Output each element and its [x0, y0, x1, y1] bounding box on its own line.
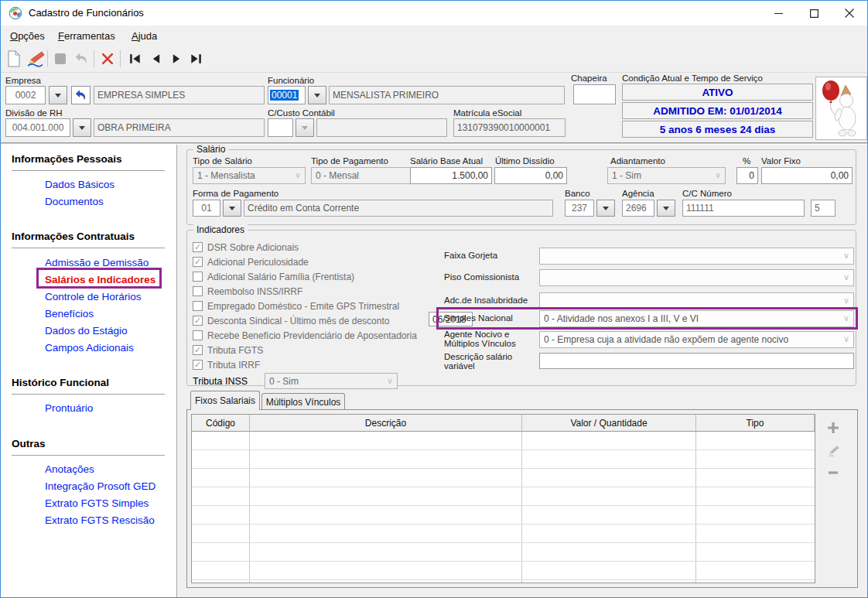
chapeira-label: Chapeira — [571, 73, 607, 83]
sidebar-item-dados-basicos[interactable]: Dados Básicos — [45, 179, 114, 190]
empresa-name-field: EMPRESA SIMPLES — [94, 86, 265, 104]
empresa-code-field[interactable]: 0002 — [5, 86, 46, 104]
status-tenure-box: 5 anos 6 meses 24 dias — [622, 121, 813, 138]
sidebar-item-extrato-fgts-rescisao[interactable]: Extrato FGTS Rescisão — [45, 514, 155, 526]
banco-dropdown-button[interactable] — [596, 200, 615, 217]
status-ativo-box: ATIVO — [622, 84, 813, 101]
indicadores-checkbox-list: DSR Sobre Adicionais Adicional Periculos… — [193, 240, 417, 372]
valor-fixo-field[interactable]: 0,00 — [761, 167, 853, 184]
sidebar-item-documentos[interactable]: Documentos — [45, 196, 104, 207]
piso-comissionista-combo[interactable]: ∨ — [539, 269, 854, 286]
empresa-label: Empresa — [5, 76, 41, 85]
checkbox-tributa-fgts: Tributa FGTS — [193, 343, 417, 357]
empresa-undo-button[interactable] — [71, 86, 91, 104]
matricula-esocial-field: 131079390010000001 — [453, 118, 566, 137]
tributa-inss-combo: 0 - Sim∨ — [265, 373, 398, 389]
cc-numero-field[interactable]: 111111 — [682, 200, 805, 217]
sidebar-item-prontuario[interactable]: Prontuário — [45, 402, 93, 414]
forma-pagamento-code-field[interactable]: 01 — [193, 200, 220, 217]
empresa-dropdown-button[interactable] — [49, 86, 67, 104]
descricao-salario-field[interactable] — [539, 353, 854, 369]
checkbox-dsr-sobre-adicionais: DSR Sobre Adicionais — [193, 240, 417, 255]
table-header-valor-quantidade[interactable]: Valor / Quantidade — [522, 415, 696, 431]
sidebar-item-beneficios[interactable]: Benefícios — [45, 308, 94, 320]
percentual-label: % — [743, 156, 750, 166]
table-row[interactable] — [192, 432, 815, 450]
birthday-balloon-figure-icon — [815, 77, 867, 140]
sidebar-item-campos-adicionais[interactable]: Campos Adicionais — [45, 342, 134, 354]
sidebar-item-anotacoes[interactable]: Anotações — [45, 463, 94, 475]
checkbox-reembolso-inss-irrf: Reembolso INSS/IRRF — [193, 284, 417, 299]
menu-ajuda[interactable]: Ajuda — [127, 29, 162, 44]
table-row[interactable] — [192, 506, 815, 525]
sidebar-item-controle-horarios[interactable]: Controle de Horários — [45, 291, 142, 302]
agente-nocivo-combo[interactable]: 0 - Empresa cuja a atividade não expõem … — [539, 331, 854, 348]
agencia-field[interactable]: 2696 — [622, 200, 654, 217]
agencia-dropdown-button[interactable] — [657, 200, 675, 217]
minimize-button[interactable] — [760, 1, 796, 26]
tipo-salario-combo: 1 - Mensalista∨ — [193, 167, 306, 184]
descricao-salario-label: Descrição salário variável — [444, 352, 529, 371]
sidebar-item-integracao-prosoft[interactable]: Integração Prosoft GED — [45, 480, 155, 492]
sidebar-item-dados-estagio[interactable]: Dados do Estágio — [45, 325, 128, 337]
table-row[interactable] — [192, 580, 815, 583]
funcionario-code-field[interactable]: 00001 — [268, 86, 306, 104]
banco-field[interactable]: 237 — [565, 200, 594, 217]
menu-ferramentas[interactable]: Ferramentas — [53, 29, 120, 44]
percentual-field[interactable]: 0 — [736, 167, 758, 184]
checkbox-icon — [193, 316, 203, 326]
maximize-button[interactable] — [796, 1, 832, 26]
forma-pagamento-name-field: Crédito em Conta Corrente — [244, 200, 553, 217]
forma-pagamento-dropdown-button[interactable] — [223, 200, 241, 217]
checkbox-adicional-salario-familia: Adicional Salário Família (Frentista) — [193, 269, 417, 284]
ultimo-dissidio-field[interactable]: 0,00 — [494, 167, 567, 184]
remove-row-button[interactable] — [823, 463, 843, 483]
table-header-codigo[interactable]: Código — [192, 415, 250, 431]
edit-row-button[interactable] — [823, 441, 843, 461]
table-row[interactable] — [192, 525, 815, 543]
funcionario-code-value: 00001 — [270, 90, 299, 101]
delete-button[interactable] — [97, 49, 118, 69]
tab-multiplos-vinculos[interactable]: Múltiplos Vínculos — [261, 393, 345, 410]
divisao-rh-code-field[interactable]: 004.001.000 — [5, 118, 70, 137]
sidebar-item-admissao-demissao[interactable]: Admissão e Demissão — [45, 257, 149, 268]
nav-first-button[interactable] — [125, 49, 145, 69]
highlight-annotation-simples-nacional — [436, 307, 858, 330]
funcionario-label: Funcionário — [268, 76, 314, 85]
add-row-button[interactable] — [823, 418, 843, 438]
funcionario-name-field: MENSALISTA PRIMEIRO — [329, 86, 565, 104]
table-header-descricao[interactable]: Descrição — [250, 415, 522, 431]
menu-opcoes[interactable]: Opções — [5, 29, 50, 44]
edit-pencil-button[interactable] — [26, 49, 46, 69]
new-record-button[interactable] — [4, 49, 24, 69]
table-header-tipo[interactable]: Tipo — [696, 415, 815, 431]
faixa-gorjeta-label: Faixa Gorjeta — [444, 251, 497, 260]
salario-group: Salário Tipo de Salário Tipo de Pagament… — [186, 149, 856, 225]
close-button[interactable] — [832, 1, 867, 26]
cc-digit-field[interactable]: 5 — [811, 200, 836, 217]
table-row[interactable] — [192, 487, 815, 506]
status-admitted-box: ADMITIDO EM: 01/01/2014 — [622, 102, 813, 119]
salario-base-field[interactable]: 1.500,00 — [410, 167, 492, 184]
checkbox-icon — [193, 360, 203, 370]
window-title: Cadastro de Funcionários — [29, 7, 144, 19]
ccusto-code-field[interactable] — [268, 118, 293, 137]
ccusto-name-field — [316, 118, 447, 137]
faixa-gorjeta-combo[interactable]: ∨ — [539, 248, 854, 265]
funcionario-dropdown-button[interactable] — [308, 86, 326, 104]
nav-next-button[interactable] — [166, 49, 186, 69]
nav-last-button[interactable] — [186, 49, 207, 69]
table-row[interactable] — [192, 450, 815, 469]
tab-fixos-salariais[interactable]: Fixos Salariais — [190, 391, 260, 410]
menu-bar: Opções Ferramentas Ajuda — [1, 26, 867, 46]
adiantamento-combo: 1 - Sim∨ — [607, 167, 726, 184]
sidebar-section-historico-funcional: Histórico Funcional — [12, 377, 109, 388]
divisao-rh-dropdown-button[interactable] — [73, 118, 91, 137]
chapeira-field[interactable] — [573, 84, 616, 104]
table-row[interactable] — [192, 543, 815, 562]
table-row[interactable] — [192, 562, 815, 580]
indicadores-group: Indicadores DSR Sobre Adicionais Adicion… — [186, 230, 856, 386]
sidebar-item-extrato-fgts-simples[interactable]: Extrato FGTS Simples — [45, 497, 149, 509]
nav-previous-button[interactable] — [146, 49, 166, 69]
table-row[interactable] — [192, 469, 815, 487]
